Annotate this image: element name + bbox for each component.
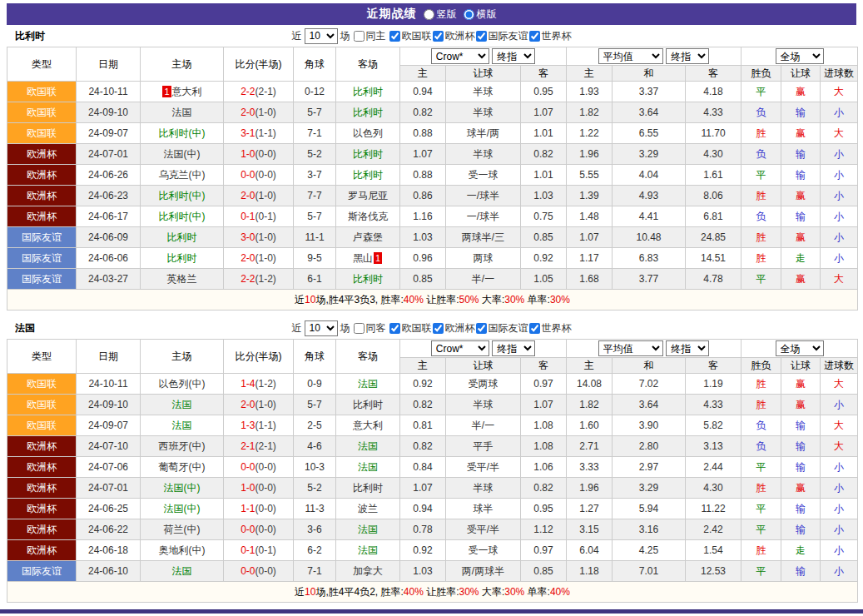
cell-avg-away: 6.81 — [686, 206, 741, 227]
horizontal-radio[interactable] — [464, 9, 474, 20]
odds-group-header: Crow* 终指 — [400, 47, 567, 66]
crow-odds-select[interactable]: Crow* — [431, 340, 489, 356]
cell-avg-home: 1.39 — [567, 186, 613, 206]
halftime-score: (2-1) — [255, 86, 276, 97]
team-name: 奥地利(中) — [159, 544, 206, 556]
summary-segment: 40% — [404, 294, 424, 306]
cell-corners: 10-3 — [294, 457, 336, 478]
same-venue-checkbox[interactable] — [354, 31, 365, 42]
halftime-score: (1-0) — [255, 190, 276, 201]
cell-result-goals: 小 — [821, 227, 858, 248]
league-checkbox[interactable] — [476, 323, 487, 334]
summary-segment: 10 — [305, 586, 315, 598]
same-venue-filter[interactable]: 同主 — [353, 29, 386, 43]
league-filter[interactable]: 欧洲杯 — [432, 29, 475, 43]
table-row: 欧洲杯24-06-25法国(中)1-1(0-0)11-3波兰0.94球半0.95… — [7, 499, 858, 519]
team-name: 加拿大 — [353, 565, 383, 577]
cell-odds-home: 0.96 — [400, 248, 446, 269]
league-filter[interactable]: 欧洲杯 — [432, 321, 475, 335]
cell-league-type: 国际友谊 — [7, 269, 77, 290]
cell-corners: 11-3 — [294, 499, 336, 519]
crow-odds-select[interactable]: Crow* — [431, 48, 489, 64]
match-count-select[interactable]: 10 — [305, 320, 338, 336]
cell-home-team: 比利时(中) — [141, 206, 224, 227]
cell-score: 2-0(1-0) — [224, 395, 294, 415]
league-checkbox[interactable] — [389, 31, 400, 42]
halftime-score: (1-0) — [255, 107, 276, 118]
same-venue-checkbox[interactable] — [354, 323, 365, 334]
cell-odds-home: 0.92 — [400, 540, 446, 561]
cell-home-team: 法国 — [141, 395, 224, 415]
league-checkbox[interactable] — [529, 323, 540, 334]
cell-league-type: 欧洲杯 — [7, 457, 77, 478]
average-odds-select[interactable]: 平均值 — [598, 48, 663, 64]
col-date: 日期 — [77, 340, 141, 374]
league-checkbox[interactable] — [476, 31, 487, 42]
cell-score: 2-1(2-1) — [224, 436, 294, 457]
cell-home-team: 法国(中) — [141, 499, 224, 519]
league-checkbox[interactable] — [389, 323, 400, 334]
layout-radio-horizontal[interactable]: 横版 — [464, 7, 497, 22]
team-name: 以色列(中) — [159, 378, 206, 390]
league-filter[interactable]: 世界杯 — [528, 29, 572, 43]
summary-segment: 大率: — [479, 586, 505, 598]
final-odds-select-2[interactable]: 终指 — [666, 48, 709, 64]
cell-away-team: 以色列 — [336, 123, 400, 144]
cell-league-type: 欧洲杯 — [7, 478, 77, 499]
summary-segment: 场,胜4平3负3, 胜率: — [315, 294, 403, 306]
final-odds-select-2[interactable]: 终指 — [666, 340, 709, 356]
halftime-score: (1-2) — [255, 378, 276, 390]
league-filter[interactable]: 国际友谊 — [475, 29, 528, 43]
match-count-select[interactable]: 10 — [305, 28, 338, 44]
final-odds-select[interactable]: 终指 — [492, 340, 535, 356]
cell-away-team: 比利时 — [336, 269, 400, 290]
cell-odds-away: 0.95 — [521, 499, 567, 519]
cell-date: 24-06-09 — [77, 227, 141, 248]
cell-avg-draw: 3.16 — [613, 519, 686, 540]
halftime-score: (0-0) — [255, 148, 276, 160]
cell-date: 24-06-23 — [77, 186, 141, 206]
cell-odds-away: 0.97 — [521, 374, 567, 395]
league-filter[interactable]: 国际友谊 — [475, 321, 528, 335]
average-odds-select[interactable]: 平均值 — [598, 340, 663, 356]
cell-date: 24-07-10 — [77, 436, 141, 457]
same-venue-filter[interactable]: 同客 — [353, 321, 386, 335]
table-row: 欧洲杯24-06-17比利时(中)0-1(0-1)5-7斯洛伐克1.16一/球半… — [7, 206, 858, 227]
fulltime-score: 2-2 — [241, 86, 255, 97]
cell-result-winloss: 胜 — [741, 123, 781, 144]
col-goals: 进球数 — [821, 358, 858, 374]
league-filter[interactable]: 世界杯 — [528, 321, 572, 335]
cell-result-winloss: 平 — [741, 165, 781, 186]
cell-away-team: 罗马尼亚 — [336, 186, 400, 206]
cell-away-team: 法国 — [336, 457, 400, 478]
fulltime-score: 2-0 — [241, 190, 255, 201]
cell-odds-away: 1.12 — [521, 519, 567, 540]
cell-home-team: 法国 — [141, 102, 224, 123]
league-checkbox[interactable] — [529, 31, 540, 42]
table-row: 欧国联24-10-111意大利2-2(2-1)0-12比利时0.94半球0.95… — [7, 82, 858, 102]
cell-home-team: 法国(中) — [141, 478, 224, 499]
cell-score: 1-0(0-0) — [224, 144, 294, 165]
same-venue-label: 同主 — [366, 29, 386, 43]
league-filter[interactable]: 欧国联 — [389, 321, 432, 335]
layout-radio-vertical[interactable]: 竖版 — [424, 7, 457, 22]
cell-avg-draw: 3.29 — [613, 144, 686, 165]
full-match-select[interactable]: 全场 — [776, 48, 824, 64]
cell-odds-handicap-line: 受两球 — [446, 374, 521, 395]
team-name: 法国 — [358, 461, 378, 473]
league-checkbox[interactable] — [433, 323, 444, 334]
summary-segment: 让胜率: — [424, 586, 459, 598]
league-checkbox[interactable] — [433, 31, 444, 42]
cell-result-handicap: 赢 — [781, 186, 821, 206]
cell-odds-home: 0.82 — [400, 395, 446, 415]
league-filter[interactable]: 欧国联 — [389, 29, 432, 43]
full-match-select[interactable]: 全场 — [776, 340, 824, 356]
vertical-radio[interactable] — [424, 9, 434, 20]
horizontal-radio-label: 横版 — [477, 7, 497, 22]
team-name: 比利时 — [353, 86, 383, 97]
cell-odds-home: 0.81 — [400, 415, 446, 436]
final-odds-select[interactable]: 终指 — [492, 48, 535, 64]
cell-result-winloss: 胜 — [741, 478, 781, 499]
cell-avg-draw: 7.02 — [613, 374, 686, 395]
cell-odds-home: 1.07 — [400, 144, 446, 165]
